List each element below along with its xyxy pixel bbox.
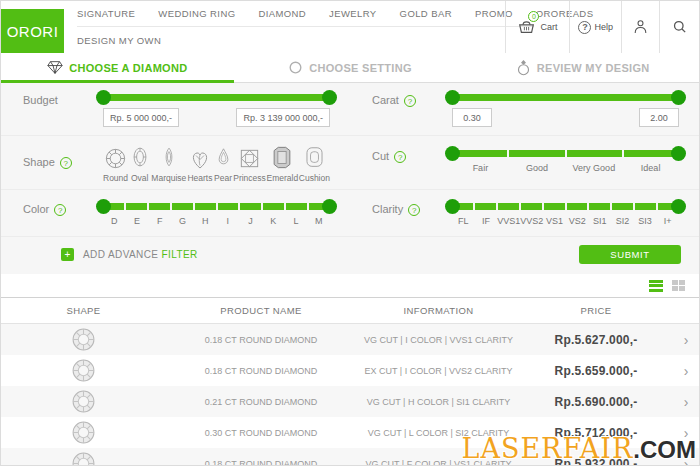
- color-grade-label: J: [239, 216, 262, 226]
- color-max-handle[interactable]: [322, 199, 337, 214]
- clarity-help-icon[interactable]: ?: [408, 204, 420, 216]
- color-help-icon[interactable]: ?: [54, 204, 66, 216]
- shape-option[interactable]: Princess: [233, 144, 266, 183]
- budget-filter: Budget Rp. 5 000 000,- Rp. 3 139 000 000…: [1, 83, 350, 135]
- account-button[interactable]: [621, 1, 659, 53]
- table-row[interactable]: 0.18 CT ROUND DIAMOND VG CUT | I COLOR |…: [1, 324, 699, 355]
- shape-option[interactable]: Emerald: [266, 144, 298, 183]
- color-slider-segment[interactable]: [195, 203, 216, 210]
- color-grade-label: H: [194, 216, 217, 226]
- cart-button[interactable]: 0 Cart: [505, 1, 569, 53]
- budget-min-handle[interactable]: [96, 90, 111, 105]
- budget-max-handle[interactable]: [322, 90, 337, 105]
- cut-slider[interactable]: [452, 150, 679, 157]
- color-slider-segment[interactable]: [149, 203, 170, 210]
- cut-slider-segment[interactable]: [567, 150, 622, 157]
- filter-row-shape-cut: Shape ? Round Oval: [1, 136, 699, 190]
- shape-option-label: Round: [103, 173, 128, 183]
- nav-item[interactable]: DIAMOND: [258, 8, 306, 19]
- color-slider-segment[interactable]: [286, 203, 307, 210]
- nav-item[interactable]: GOLD BAR: [400, 8, 452, 19]
- carat-max-input[interactable]: 2.00: [639, 108, 679, 127]
- carat-min-input[interactable]: 0.30: [452, 108, 492, 127]
- carat-slider[interactable]: [452, 94, 679, 101]
- carat-help-icon[interactable]: ?: [404, 95, 416, 107]
- main-nav: SIGNATUREWEDDING RINGDIAMONDJEWELRYGOLD …: [77, 1, 534, 27]
- color-min-handle[interactable]: [96, 199, 111, 214]
- table-row[interactable]: 0.18 CT ROUND DIAMOND VG CUT | F COLOR |…: [1, 448, 699, 466]
- cut-help-icon[interactable]: ?: [394, 151, 406, 163]
- clarity-slider-segment[interactable]: [567, 203, 588, 210]
- clarity-slider-segment[interactable]: [544, 203, 565, 210]
- color-slider-segment[interactable]: [263, 203, 284, 210]
- chevron-right-icon[interactable]: ›: [671, 364, 700, 378]
- shape-option-label: Hearts: [187, 173, 212, 183]
- cut-slider-segment[interactable]: [509, 150, 564, 157]
- nav-item[interactable]: WEDDING RING: [158, 8, 235, 19]
- grid-view-toggle[interactable]: [672, 280, 686, 292]
- cut-slider-segment[interactable]: [452, 150, 507, 157]
- clarity-slider-segment[interactable]: [475, 203, 496, 210]
- nav-item[interactable]: JEWELRY: [329, 8, 377, 19]
- carat-min-handle[interactable]: [445, 90, 460, 105]
- table-row[interactable]: 0.21 CT ROUND DIAMOND VG CUT | H COLOR |…: [1, 386, 699, 417]
- color-slider[interactable]: [103, 203, 330, 210]
- step-tab[interactable]: REVIEW MY DESIGN: [466, 53, 699, 82]
- color-slider-segment[interactable]: [218, 203, 239, 210]
- shape-option[interactable]: Hearts: [187, 144, 213, 183]
- clarity-min-handle[interactable]: [445, 199, 460, 214]
- clarity-grade-label: VS2: [566, 216, 589, 226]
- budget-label: Budget: [23, 94, 58, 106]
- chevron-right-icon[interactable]: ›: [671, 426, 700, 440]
- cart-count-badge: 0: [528, 11, 539, 22]
- help-button[interactable]: ? Help: [569, 1, 621, 53]
- list-view-toggle[interactable]: [649, 280, 663, 292]
- clarity-slider-segment[interactable]: [612, 203, 633, 210]
- table-row[interactable]: 0.30 CT ROUND DIAMOND VG CUT | L COLOR |…: [1, 417, 699, 448]
- clarity-grade-label: FL: [452, 216, 475, 226]
- color-slider-group: DEFGHIJKLM: [103, 203, 330, 226]
- color-slider-segment[interactable]: [172, 203, 193, 210]
- product-price: Rp.5.627.000,-: [521, 333, 671, 347]
- tab-label: CHOOSE SETTING: [309, 62, 412, 74]
- brand-logo[interactable]: ORORI: [1, 9, 64, 53]
- secondary-nav: DESIGN MY OWN: [77, 27, 534, 53]
- budget-slider[interactable]: [103, 94, 330, 101]
- chevron-right-icon[interactable]: ›: [671, 457, 700, 466]
- shape-option[interactable]: Cushion: [299, 144, 330, 183]
- product-name: 0.21 CT ROUND DIAMOND: [166, 397, 356, 407]
- chevron-right-icon[interactable]: ›: [671, 395, 700, 409]
- cut-min-handle[interactable]: [445, 146, 460, 161]
- color-slider-segment[interactable]: [126, 203, 147, 210]
- clarity-slider-segment[interactable]: [635, 203, 656, 210]
- clarity-slider-segment[interactable]: [589, 203, 610, 210]
- shape-option[interactable]: Oval: [129, 144, 151, 183]
- column-header-shape: SHAPE: [1, 305, 166, 316]
- clarity-max-handle[interactable]: [671, 199, 686, 214]
- shape-option[interactable]: Marquise: [151, 144, 186, 183]
- cut-max-handle[interactable]: [671, 146, 686, 161]
- color-grade-label: E: [126, 216, 149, 226]
- search-button[interactable]: [659, 1, 699, 53]
- emerald-shape-icon: [270, 144, 294, 171]
- nav-item[interactable]: SIGNATURE: [77, 8, 135, 19]
- step-tab[interactable]: CHOOSE A DIAMOND: [1, 53, 234, 82]
- color-slider-segment[interactable]: [240, 203, 261, 210]
- round-shape-icon: [103, 144, 128, 171]
- nav-item-design-my-own[interactable]: DESIGN MY OWN: [77, 35, 161, 46]
- step-tab[interactable]: CHOOSE SETTING: [234, 53, 467, 82]
- submit-button[interactable]: SUBMIT: [579, 245, 681, 264]
- budget-max-input[interactable]: Rp. 3 139 000 000,-: [236, 108, 330, 127]
- shape-help-icon[interactable]: ?: [60, 157, 72, 169]
- shape-option[interactable]: Pear: [214, 144, 233, 183]
- shape-option[interactable]: Round: [103, 144, 128, 183]
- clarity-slider-segment[interactable]: [498, 203, 519, 210]
- clarity-slider-segment[interactable]: [521, 203, 542, 210]
- table-row[interactable]: 0.18 CT ROUND DIAMOND EX CUT | I COLOR |…: [1, 355, 699, 386]
- carat-max-handle[interactable]: [671, 90, 686, 105]
- step-tabs: CHOOSE A DIAMOND CHOOSE SETTING REVIEW M…: [1, 53, 699, 83]
- budget-min-input[interactable]: Rp. 5 000 000,-: [103, 108, 179, 127]
- clarity-slider[interactable]: [452, 203, 679, 210]
- add-advance-filter-button[interactable]: + ADD ADVANCE FILTER: [61, 248, 198, 261]
- chevron-right-icon[interactable]: ›: [671, 333, 700, 347]
